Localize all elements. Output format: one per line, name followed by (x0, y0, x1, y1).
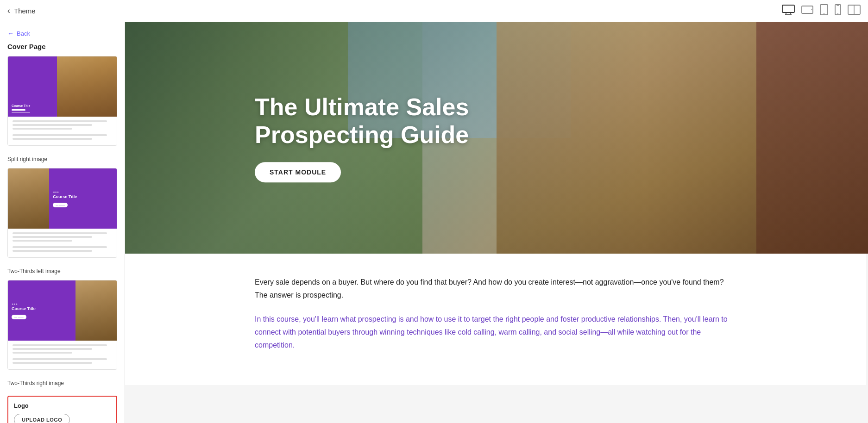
template-label-two-thirds-right: Two-Thirds right image (7, 377, 117, 386)
svg-rect-0 (782, 5, 794, 12)
top-bar-left: ‹ Theme (7, 6, 36, 16)
top-bar: ‹ Theme (0, 0, 868, 22)
svg-rect-4 (802, 6, 813, 13)
hero-title: The Ultimate SalesProspecting Guide (255, 93, 469, 149)
tablet-landscape-icon[interactable] (801, 5, 813, 17)
mobile-icon[interactable] (835, 4, 841, 18)
template-label-split-right: Split right image (7, 153, 117, 162)
sidebar-back-link[interactable]: ← Back (0, 30, 125, 43)
template-label-two-thirds-left: Two-Thirds left image (7, 265, 117, 274)
content-area: The Ultimate SalesProspecting Guide STAR… (125, 22, 868, 423)
svg-point-5 (811, 9, 812, 10)
logo-section: Logo UPLOAD LOGO (7, 396, 117, 423)
device-icons (782, 4, 861, 18)
desktop-icon[interactable] (782, 5, 795, 17)
start-module-button[interactable]: START MODULE (255, 162, 341, 182)
sidebar-back-label: Back (17, 30, 30, 37)
split-view-icon[interactable] (848, 5, 861, 17)
body-content: Every sale depends on a buyer. But where… (125, 254, 866, 385)
sidebar-back-arrow-icon: ← (7, 30, 14, 37)
upload-logo-button[interactable]: UPLOAD LOGO (14, 414, 70, 423)
template-card-two-thirds-left[interactable]: ●●● Course Title — —— (7, 168, 117, 258)
logo-section-title: Logo (14, 402, 111, 409)
tablet-portrait-icon[interactable] (820, 4, 828, 18)
top-bar-title: Theme (14, 7, 36, 15)
svg-point-7 (824, 13, 824, 14)
template-card-split-right[interactable]: Course Title (7, 56, 117, 146)
svg-point-9 (837, 13, 838, 14)
hero-section: The Ultimate SalesProspecting Guide STAR… (125, 22, 868, 254)
template-card-two-thirds-right[interactable]: ●●● Course Title — —— (7, 280, 117, 370)
main-layout: ← Back Cover Page Course Title (0, 22, 868, 423)
sidebar-section-title: Cover Page (0, 43, 125, 56)
hero-background (125, 22, 868, 254)
hero-content: The Ultimate SalesProspecting Guide STAR… (255, 93, 469, 182)
back-nav-icon[interactable]: ‹ (7, 6, 10, 16)
body-paragraph-2: In this course, you'll learn what prospe… (255, 313, 736, 352)
sidebar: ← Back Cover Page Course Title (0, 22, 125, 423)
body-paragraph-1: Every sale depends on a buyer. But where… (255, 276, 736, 302)
